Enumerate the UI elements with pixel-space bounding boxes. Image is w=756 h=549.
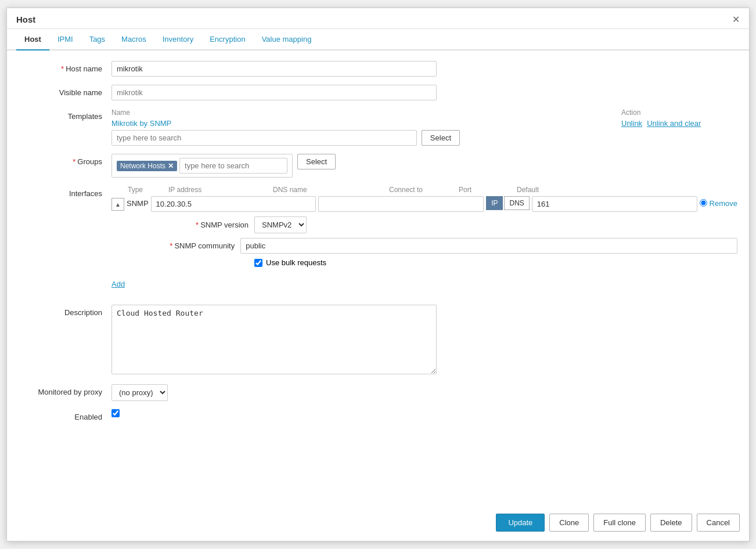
interfaces-header: Type IP address DNS name Connect to Port… [111,186,737,194]
tab-macros[interactable]: Macros [113,29,154,50]
snmp-version-label: *SNMP version [156,221,249,229]
delete-button[interactable]: Delete [650,514,692,532]
iface-type-label: SNMP [127,196,149,208]
connect-ip-button[interactable]: IP [486,196,503,210]
visible-name-control [111,85,737,100]
bulk-requests-checkbox[interactable] [254,259,262,267]
template-actions: Unlink Unlink and clear [621,119,737,128]
host-name-row: *Host name [19,61,737,77]
templates-select-button[interactable]: Select [422,130,460,146]
description-label: Description [19,305,111,317]
iface-header-type: Type [128,186,168,194]
tab-value-mapping[interactable]: Value mapping [254,29,320,50]
iface-header-dns: DNS name [273,186,389,194]
unlink-clear-button[interactable]: Unlink and clear [647,119,701,128]
groups-control: Network Hosts ✕ Select [111,154,737,178]
interfaces-label: Interfaces [19,186,111,198]
templates-row: Templates Name Action Mikrotik by SNMP U… [19,109,737,146]
connect-btns: IP DNS [486,196,530,210]
visible-name-row: Visible name [19,85,737,100]
tab-tags[interactable]: Tags [81,29,113,50]
tabs-bar: Host IPMI Tags Macros Inventory Encrypti… [7,29,749,50]
collapse-interface-button[interactable]: ▲ [111,198,124,211]
templates-header: Name Action [111,109,737,117]
groups-select-button[interactable]: Select [297,154,336,169]
tab-ipmi[interactable]: IPMI [49,29,81,50]
iface-header-connect: Connect to [389,186,459,194]
full-clone-button[interactable]: Full clone [593,514,646,532]
groups-label: *Groups [19,154,111,166]
snmp-community-row: *SNMP community [156,238,737,254]
connect-dns-button[interactable]: DNS [504,196,529,210]
enabled-checkbox[interactable] [111,409,120,417]
iface-header-default: Default [517,186,563,194]
add-interface-link[interactable]: Add [111,280,125,288]
host-modal: Host ✕ Host IPMI Tags Macros Inventory E… [6,8,750,541]
unlink-button[interactable]: Unlink [621,119,642,128]
iface-ip-input[interactable] [151,196,316,212]
remove-interface-link[interactable]: Remove [710,196,737,208]
enabled-row: Enabled [19,409,737,421]
snmp-details: *SNMP version SNMPv1 SNMPv2 SNMPv3 *SNMP… [111,216,737,267]
template-name-link[interactable]: Mikrotik by SNMP [111,119,621,128]
host-name-input[interactable] [111,61,437,77]
footer-buttons: Update Clone Full clone Delete Cancel [496,514,740,532]
update-button[interactable]: Update [496,514,545,532]
visible-name-label: Visible name [19,85,111,97]
interfaces-row: Interfaces Type IP address DNS name Conn… [19,186,737,272]
snmp-community-input[interactable] [240,238,737,254]
templates-label: Templates [19,109,111,121]
templates-search-row: Select [111,130,460,146]
groups-row: *Groups Network Hosts ✕ Select [19,154,737,178]
monitored-by-select[interactable]: (no proxy) [111,384,168,401]
groups-field[interactable]: Network Hosts ✕ [111,154,293,178]
tab-inventory[interactable]: Inventory [154,29,201,50]
close-icon[interactable]: ✕ [732,14,740,25]
group-tag-remove-icon[interactable]: ✕ [168,162,174,170]
monitored-by-label: Monitored by proxy [19,384,111,396]
modal-title-bar: Host ✕ [7,8,749,29]
iface-dns-input[interactable] [318,196,484,212]
templates-search-input[interactable] [111,130,417,146]
modal-title: Host [16,15,35,24]
required-marker: * [61,64,64,73]
clone-button[interactable]: Clone [549,514,589,532]
host-name-label: *Host name [19,61,111,73]
cancel-button[interactable]: Cancel [697,514,740,532]
monitored-by-row: Monitored by proxy (no proxy) [19,384,737,401]
snmp-version-row: *SNMP version SNMPv1 SNMPv2 SNMPv3 [156,216,737,233]
iface-port-input[interactable] [532,196,697,212]
tab-encryption[interactable]: Encryption [201,29,253,50]
host-name-control [111,61,737,77]
templates-col-action: Action [621,109,737,117]
description-control: Cloud Hosted Router [111,305,737,376]
default-radio-group [700,196,707,207]
enabled-control [111,409,737,419]
monitored-by-control: (no proxy) [111,384,737,401]
enabled-label: Enabled [19,409,111,421]
required-marker-groups: * [73,157,75,166]
interfaces-section: Type IP address DNS name Connect to Port… [111,186,737,272]
interface-item: ▲ SNMP IP DNS Remove [111,196,737,212]
template-item-row: Mikrotik by SNMP Unlink Unlink and clear [111,119,737,128]
tab-host[interactable]: Host [16,29,49,50]
iface-header-ip: IP address [168,186,273,194]
default-radio-input[interactable] [700,199,707,207]
bulk-requests-row: Use bulk requests [156,258,737,267]
bulk-requests-label: Use bulk requests [266,258,326,267]
group-tag-network-hosts: Network Hosts ✕ [117,161,177,171]
snmp-version-select[interactable]: SNMPv1 SNMPv2 SNMPv3 [254,216,307,233]
visible-name-input[interactable] [111,85,437,100]
description-row: Description Cloud Hosted Router [19,305,737,376]
groups-search-input[interactable] [179,158,287,174]
description-textarea[interactable]: Cloud Hosted Router [111,305,437,374]
iface-header-port: Port [459,186,517,194]
form-body: *Host name Visible name Templates Name [7,50,749,440]
templates-col-name: Name [111,109,621,117]
templates-section: Name Action Mikrotik by SNMP Unlink Unli… [111,109,737,146]
add-link-row: Add [19,280,737,297]
snmp-community-label: *SNMP community [156,241,235,250]
